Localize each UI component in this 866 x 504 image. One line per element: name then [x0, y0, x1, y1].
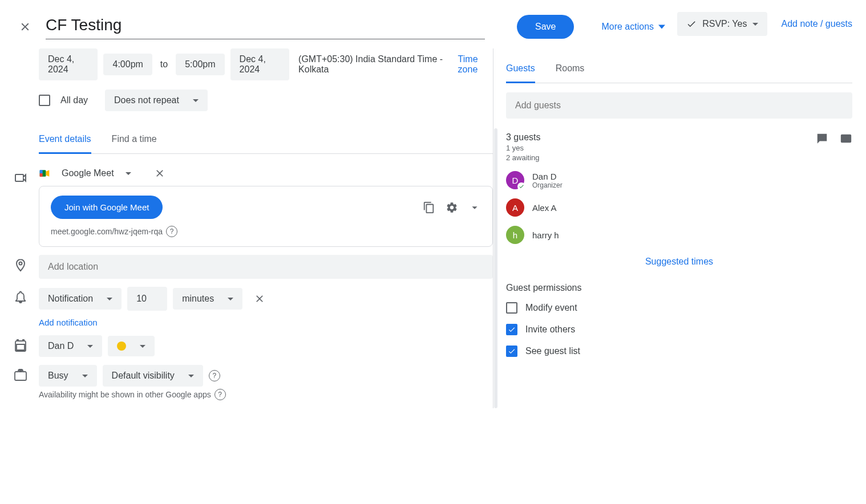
modify-event-checkbox[interactable] — [506, 302, 517, 314]
permissions-title: Guest permissions — [506, 283, 852, 293]
remove-conferencing-button[interactable] — [154, 168, 165, 179]
location-icon — [14, 258, 27, 272]
tab-event-details[interactable]: Event details — [39, 134, 91, 154]
tab-rooms[interactable]: Rooms — [556, 63, 585, 83]
notification-type-dropdown[interactable]: Notification — [39, 288, 122, 310]
start-time-picker[interactable]: 4:00pm — [103, 54, 152, 75]
chevron-down-icon — [193, 99, 199, 102]
svg-marker-1 — [46, 170, 50, 177]
visibility-dropdown[interactable]: Default visibility — [103, 365, 203, 387]
meet-details-box: Join with Google Meet meet.google.com/hw… — [39, 186, 493, 247]
guest-name: harry h — [532, 230, 559, 240]
close-icon — [254, 293, 265, 304]
chevron-down-icon — [228, 298, 233, 300]
bell-icon — [14, 290, 27, 304]
check-icon — [686, 19, 697, 29]
help-icon[interactable]: ? — [215, 389, 226, 400]
close-button[interactable] — [14, 15, 37, 38]
avatar: D — [506, 171, 524, 189]
tab-find-a-time[interactable]: Find a time — [112, 134, 157, 153]
end-date-picker[interactable]: Dec 4, 2024 — [230, 48, 289, 80]
svg-rect-3 — [40, 173, 43, 177]
notification-unit-label: minutes — [182, 294, 214, 304]
gear-icon[interactable] — [446, 201, 458, 214]
close-icon — [19, 21, 31, 33]
guest-role: Organizer — [532, 181, 563, 189]
video-icon — [14, 171, 27, 185]
chevron-down-icon[interactable] — [468, 201, 481, 214]
availability-note: Availability might be shown in other Goo… — [39, 390, 211, 399]
repeat-dropdown[interactable]: Does not repeat — [105, 90, 208, 111]
event-color-dropdown[interactable] — [108, 336, 155, 356]
timezone-link[interactable]: Time zone — [458, 54, 493, 75]
notification-value-input[interactable] — [127, 287, 167, 311]
invite-others-checkbox[interactable] — [506, 324, 517, 335]
chevron-down-icon — [107, 298, 112, 300]
guest-name: Alex A — [532, 203, 557, 213]
calendar-icon — [14, 339, 27, 352]
availability-dropdown[interactable]: Busy — [39, 365, 97, 387]
guest-item[interactable]: AAlex A — [506, 196, 852, 219]
notification-unit-dropdown[interactable]: minutes — [173, 288, 242, 310]
suggested-times-link[interactable]: Suggested times — [506, 257, 852, 267]
chevron-down-icon — [140, 345, 145, 348]
help-icon[interactable]: ? — [209, 370, 220, 381]
vertical-divider — [493, 48, 493, 408]
email-icon[interactable] — [840, 132, 852, 145]
end-time-picker[interactable]: 5:00pm — [176, 54, 224, 75]
see-guest-list-label: See guest list — [525, 346, 580, 356]
invite-others-label: Invite others — [525, 324, 575, 335]
briefcase-icon — [14, 368, 27, 382]
chevron-down-icon — [188, 375, 194, 377]
rsvp-dropdown[interactable]: RSVP: Yes — [677, 12, 767, 36]
guest-item[interactable]: hharry h — [506, 223, 852, 246]
meet-url-text: meet.google.com/hwz-jqem-rqa — [51, 227, 163, 236]
guest-count-text: 3 guests — [506, 132, 540, 143]
timezone-text: (GMT+05:30) India Standard Time - Kolkat… — [298, 54, 446, 75]
chat-icon[interactable] — [816, 132, 828, 145]
join-meet-button[interactable]: Join with Google Meet — [51, 196, 163, 219]
scrollbar[interactable] — [494, 128, 497, 408]
calendar-owner-dropdown[interactable]: Dan D — [39, 335, 102, 357]
chevron-down-icon[interactable] — [126, 172, 131, 175]
svg-rect-2 — [40, 170, 43, 173]
availability-label: Busy — [48, 371, 68, 381]
color-swatch — [117, 342, 126, 351]
all-day-label: All day — [60, 95, 88, 105]
avatar: h — [506, 226, 524, 244]
remove-notification-button[interactable] — [254, 293, 265, 304]
calendar-owner-label: Dan D — [48, 341, 74, 351]
copy-icon[interactable] — [423, 201, 435, 214]
see-guest-list-checkbox[interactable] — [506, 346, 517, 357]
guest-item[interactable]: DDan DOrganizer — [506, 169, 852, 192]
repeat-label: Does not repeat — [114, 95, 179, 105]
visibility-label: Default visibility — [112, 371, 175, 381]
chevron-down-icon — [87, 345, 93, 348]
all-day-checkbox[interactable] — [39, 95, 50, 106]
accepted-badge-icon — [517, 182, 525, 190]
chevron-down-icon — [82, 375, 88, 377]
rsvp-label: RSVP: Yes — [702, 19, 747, 29]
location-input[interactable] — [39, 255, 493, 279]
event-title-input[interactable] — [46, 14, 485, 39]
video-provider-label: Google Meet — [62, 168, 114, 178]
modify-event-label: Modify event — [525, 303, 577, 313]
help-icon[interactable]: ? — [166, 226, 177, 237]
close-icon — [154, 168, 165, 179]
add-guests-input[interactable] — [506, 92, 852, 119]
chevron-down-icon — [752, 23, 758, 26]
to-label: to — [158, 59, 170, 70]
add-notification-link[interactable]: Add notification — [39, 318, 493, 327]
avatar: A — [506, 198, 524, 217]
google-meet-logo-icon — [39, 168, 50, 179]
notification-type-label: Notification — [48, 294, 93, 304]
add-note-link[interactable]: Add note / guests — [781, 19, 852, 29]
guests-awaiting-text: 2 awaiting — [506, 153, 540, 162]
guest-name: Dan D — [532, 172, 563, 181]
guests-yes-text: 1 yes — [506, 144, 540, 152]
start-date-picker[interactable]: Dec 4, 2024 — [39, 48, 98, 80]
tab-guests[interactable]: Guests — [506, 63, 535, 83]
